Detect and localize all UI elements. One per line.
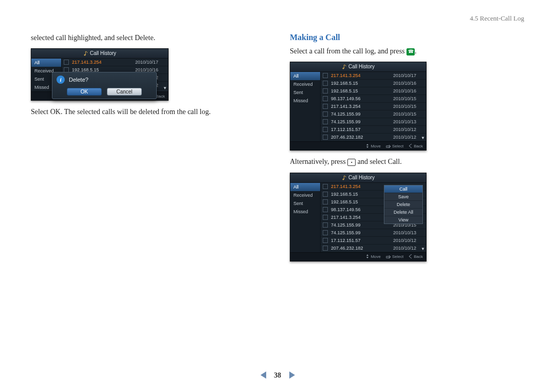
row-date: 2010/10/15: [393, 111, 424, 117]
table-row[interactable]: 98.137.149.562010/10/15: [321, 95, 426, 103]
modal-text: Delete?: [69, 77, 88, 83]
checkbox[interactable]: [323, 222, 328, 228]
ok-button[interactable]: OK: [67, 88, 102, 96]
hint-bar: Move Select Back: [290, 252, 426, 261]
music-note-icon: [83, 51, 88, 56]
checkbox[interactable]: [323, 230, 328, 235]
panel-title: Call History: [31, 49, 168, 59]
side-tab-received[interactable]: Received: [290, 80, 320, 88]
table-row[interactable]: 74.125.155.992010/10/13: [321, 229, 426, 237]
table-row[interactable]: 74.125.155.992010/10/13: [321, 118, 426, 126]
scroll-down-icon[interactable]: ▼: [421, 136, 425, 140]
checkbox[interactable]: [323, 215, 328, 220]
side-tab-all[interactable]: All: [290, 183, 320, 191]
hint-bar: Move Select Back: [290, 141, 426, 150]
table-row[interactable]: 17.112.151.572010/10/12: [321, 237, 426, 245]
context-menu-item[interactable]: Delete: [384, 201, 422, 209]
side-tab-sent[interactable]: Sent: [290, 88, 320, 97]
side-tab-received[interactable]: Received: [290, 191, 320, 199]
music-note-icon: [342, 175, 347, 180]
context-menu: CallSaveDeleteDelete AllView: [384, 185, 423, 224]
hint-select: Select: [386, 254, 403, 259]
call-button-icon: ☎: [406, 48, 415, 55]
context-menu-item[interactable]: View: [384, 216, 422, 223]
row-date: 2010/10/13: [393, 119, 424, 124]
panel-title: Call History: [290, 173, 426, 183]
right-paragraph-2: Alternatively, press • and select Call.: [290, 157, 524, 167]
scroll-down-icon[interactable]: ▼: [421, 247, 425, 251]
left-paragraph-2: Select OK. The selected calls will be de…: [31, 107, 265, 117]
checkbox[interactable]: [323, 81, 328, 86]
table-row[interactable]: 74.125.155.992010/10/15: [321, 110, 426, 118]
table-row[interactable]: 192.168.5.152010/10/16: [321, 87, 426, 95]
screenshot-delete-confirm: Call History All Received Sent Missed 21…: [31, 48, 169, 101]
hint-move: Move: [365, 144, 381, 148]
side-tab-all[interactable]: All: [290, 72, 320, 80]
music-note-icon: [342, 64, 347, 69]
side-tab-all[interactable]: All: [31, 59, 61, 67]
section-header: 4.5 Recent-Call Log: [470, 14, 524, 23]
checkbox[interactable]: [323, 119, 328, 124]
panel-title: Call History: [290, 62, 426, 72]
row-date: 2010/10/12: [393, 127, 424, 132]
table-row[interactable]: 217.141.3.2542010/10/15: [321, 103, 426, 110]
row-date: 2010/10/12: [393, 238, 424, 243]
checkbox[interactable]: [323, 111, 328, 117]
row-date: 2010/10/15: [393, 96, 424, 101]
call-list: 217.141.3.2542010/10/17192.168.5.152010/…: [321, 72, 426, 141]
row-ip: 74.125.155.99: [331, 119, 393, 124]
checkbox[interactable]: [323, 246, 328, 251]
checkbox[interactable]: [323, 88, 328, 94]
checkbox[interactable]: [323, 207, 328, 212]
checkbox[interactable]: [323, 192, 328, 197]
svg-rect-7: [344, 176, 344, 179]
row-ip: 192.168.5.15: [331, 81, 393, 86]
checkbox[interactable]: [323, 135, 328, 140]
side-tab-sent[interactable]: Sent: [290, 199, 320, 208]
side-tab-missed[interactable]: Missed: [290, 97, 320, 105]
table-row[interactable]: 217.141.3.2542010/10/17: [62, 59, 168, 66]
scroll-down-icon[interactable]: ▼: [163, 86, 167, 90]
delete-modal: i Delete? OK Cancel: [52, 72, 157, 99]
page-nav: 38: [0, 371, 555, 380]
checkbox[interactable]: [323, 73, 328, 78]
context-menu-item[interactable]: Save: [384, 193, 422, 201]
checkbox[interactable]: [323, 104, 328, 109]
right-paragraph-1: Select a call from the call log, and pre…: [290, 46, 524, 57]
prev-page-icon[interactable]: [261, 371, 266, 379]
info-icon: i: [57, 76, 65, 84]
row-ip: 207.46.232.182: [331, 135, 393, 140]
row-ip: 192.168.5.15: [331, 88, 393, 94]
table-row[interactable]: 217.141.3.2542010/10/17: [321, 72, 426, 80]
row-ip: 217.141.3.254: [331, 104, 393, 109]
row-ip: 17.112.151.57: [331, 238, 393, 243]
row-date: 2010/10/15: [393, 104, 424, 109]
hint-back: Back: [409, 254, 423, 259]
checkbox[interactable]: [323, 238, 328, 243]
call-list: 217.141.3.254192.168.5.15192.168.5.1598.…: [321, 183, 426, 252]
page-number: 38: [274, 371, 281, 379]
context-menu-item[interactable]: Call: [384, 185, 422, 193]
table-row[interactable]: 207.46.232.1822010/10/12: [321, 245, 426, 252]
checkbox[interactable]: [323, 96, 328, 101]
row-date: 2010/10/13: [393, 230, 424, 235]
checkbox[interactable]: [323, 127, 328, 132]
checkbox[interactable]: [323, 184, 328, 189]
side-tab-missed[interactable]: Missed: [290, 208, 320, 216]
checkbox[interactable]: [64, 60, 69, 65]
next-page-icon[interactable]: [289, 371, 295, 379]
row-ip: 74.125.155.99: [331, 111, 393, 117]
screenshot-context-menu: Call History All Received Sent Missed 21…: [290, 173, 427, 262]
dot-button-icon: •: [347, 159, 356, 166]
table-row[interactable]: 192.168.5.152010/10/16: [321, 80, 426, 87]
row-date: 2010/10/16: [393, 81, 424, 86]
row-ip: 217.141.3.254: [72, 60, 135, 65]
hint-select: Select: [386, 144, 403, 148]
cancel-button[interactable]: Cancel: [107, 88, 142, 96]
row-date: 2010/10/17: [393, 73, 424, 78]
row-date: 2010/10/12: [393, 246, 424, 251]
table-row[interactable]: 207.46.232.1822010/10/12: [321, 134, 426, 141]
table-row[interactable]: 17.112.151.572010/10/12: [321, 126, 426, 134]
context-menu-item[interactable]: Delete All: [384, 209, 422, 216]
checkbox[interactable]: [323, 199, 328, 204]
